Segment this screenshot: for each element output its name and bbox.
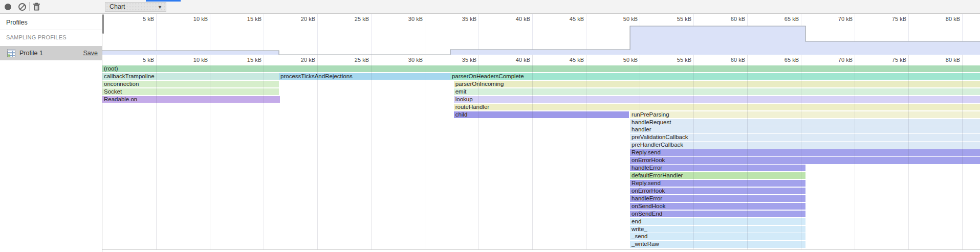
- flame-frame[interactable]: end: [630, 218, 805, 225]
- chevron-down-icon: ▼: [158, 3, 162, 12]
- flame-frame[interactable]: onErrorHook: [630, 188, 805, 194]
- flame-frame[interactable]: _writeRaw: [630, 241, 805, 247]
- profiles-heading: Profiles: [6, 19, 28, 26]
- flame-frame[interactable]: _send: [630, 233, 805, 240]
- flame-frame[interactable]: Readable.on: [102, 96, 280, 103]
- overview-area-chart[interactable]: [102, 14, 980, 55]
- flame-ruler-label: 40 kB: [502, 57, 530, 63]
- flame-frame[interactable]: parserOnHeadersComplete: [450, 73, 980, 80]
- flame-ruler-label: 55 kB: [663, 57, 691, 63]
- flame-frame[interactable]: handleError: [630, 195, 805, 202]
- record-icon[interactable]: [5, 4, 11, 10]
- allocation-chart-pane[interactable]: (root)callbackTrampolineprocessTicksAndR…: [102, 14, 980, 252]
- flame-frame[interactable]: Reply.send: [630, 149, 980, 156]
- flame-frame[interactable]: routeHandler: [454, 104, 980, 110]
- sidebar-divider: [0, 30, 102, 30]
- flame-frame[interactable]: Socket: [102, 88, 279, 95]
- flame-frame[interactable]: (root): [102, 65, 980, 72]
- flame-ruler-label: 10 kB: [179, 57, 208, 63]
- scrollbar-thumb[interactable]: [102, 14, 104, 34]
- save-profile-link[interactable]: Save: [83, 50, 98, 57]
- flame-ruler-label: 80 kB: [931, 57, 960, 63]
- flame-frame[interactable]: processTicksAndRejections: [279, 73, 450, 80]
- flame-frame[interactable]: write_: [630, 226, 805, 233]
- flame-frame[interactable]: Reply.send: [630, 180, 805, 187]
- profile-table-icon: %: [7, 49, 15, 57]
- active-tab-indicator: [146, 0, 181, 2]
- sidebar: Profiles SAMPLING PROFILES % Profile 1 S…: [0, 14, 102, 252]
- flame-ruler-label: 70 kB: [824, 57, 853, 63]
- flame-frame[interactable]: parserOnIncoming: [454, 81, 980, 87]
- flame-ruler-label: 15 kB: [233, 57, 262, 63]
- clear-all-icon[interactable]: [18, 3, 26, 11]
- flame-ruler-label: 75 kB: [878, 57, 906, 63]
- flame-ruler-label: 30 kB: [394, 57, 423, 63]
- flame-frame[interactable]: child: [454, 111, 629, 118]
- flame-ruler-label: 25 kB: [340, 57, 369, 63]
- flame-ruler-label: 20 kB: [287, 57, 315, 63]
- profile-item-label: Profile 1: [19, 50, 43, 57]
- flame-ruler-label: 65 kB: [770, 57, 799, 63]
- flame-frame[interactable]: preHandlerCallback: [630, 142, 980, 148]
- flame-frame[interactable]: handler: [630, 126, 980, 133]
- trash-icon[interactable]: [33, 3, 40, 11]
- flame-frame[interactable]: defaultErrorHandler: [630, 172, 805, 179]
- flame-ruler-label: 60 kB: [716, 57, 745, 63]
- flame-frame[interactable]: runPreParsing: [630, 111, 980, 118]
- flame-frame[interactable]: preValidationCallback: [630, 134, 980, 141]
- flame-frame[interactable]: emit: [454, 88, 980, 95]
- toolbar: Chart ▼: [0, 0, 980, 14]
- flame-frame[interactable]: handleError: [630, 165, 805, 171]
- sampling-profiles-section-label: SAMPLING PROFILES: [6, 34, 67, 40]
- chart-view-select[interactable]: Chart ▼: [105, 2, 166, 12]
- memory-profiler-panel: Chart ▼ Profiles SAMPLING PROFILES % Pro…: [0, 0, 980, 252]
- chart-view-select-value: Chart: [110, 3, 125, 10]
- flame-frame[interactable]: onErrorHook: [630, 157, 980, 164]
- pane-bottom-border: [102, 249, 980, 250]
- flame-ruler-label: 45 kB: [555, 57, 584, 63]
- flame-frame[interactable]: callbackTrampoline: [102, 73, 279, 80]
- flame-chart-rows[interactable]: (root)callbackTrampolineprocessTicksAndR…: [102, 65, 980, 249]
- flame-ruler-label: 50 kB: [609, 57, 638, 63]
- flame-frame[interactable]: handleRequest: [630, 119, 980, 126]
- svg-text:%: %: [8, 54, 11, 57]
- flame-ruler-label: 5 kB: [125, 57, 154, 63]
- sidebar-item-profile-1[interactable]: % Profile 1 Save: [0, 46, 102, 60]
- flame-frame[interactable]: onSendEnd: [630, 211, 805, 217]
- flame-frame[interactable]: lookup: [454, 96, 980, 103]
- toolbar-divider: [29, 2, 30, 11]
- flame-frame[interactable]: onconnection: [102, 81, 279, 87]
- flame-ruler-label: 35 kB: [448, 57, 476, 63]
- flame-frame[interactable]: onSendHook: [630, 203, 805, 210]
